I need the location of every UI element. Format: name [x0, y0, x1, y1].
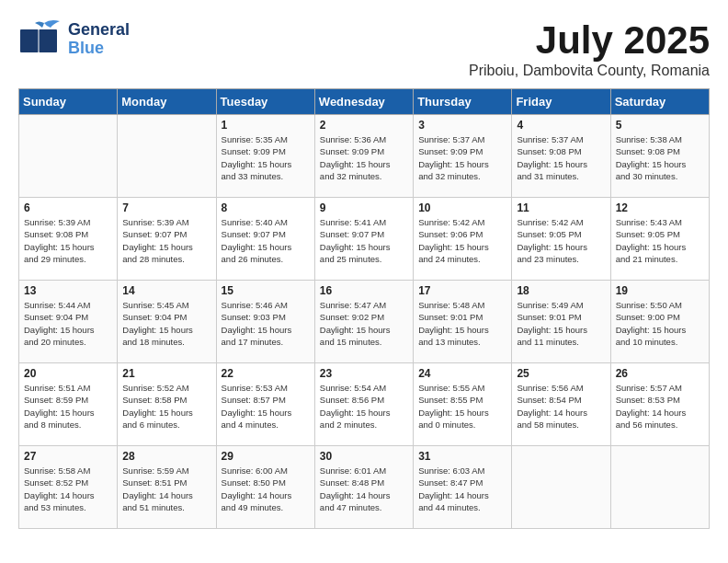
week-row-3: 20Sunrise: 5:51 AMSunset: 8:59 PMDayligh…: [19, 363, 710, 446]
logo-icon: [18, 18, 64, 60]
calendar-table: SundayMondayTuesdayWednesdayThursdayFrid…: [18, 88, 710, 529]
day-info: Sunrise: 5:59 AMSunset: 8:51 PMDaylight:…: [122, 465, 210, 513]
day-number: 24: [418, 367, 506, 380]
day-number: 22: [222, 367, 310, 380]
calendar-cell: 6Sunrise: 5:39 AMSunset: 9:08 PMDaylight…: [19, 198, 118, 281]
day-info: Sunrise: 5:53 AMSunset: 8:57 PMDaylight:…: [222, 382, 310, 431]
day-info: Sunrise: 6:00 AMSunset: 8:50 PMDaylight:…: [222, 465, 310, 513]
column-header-monday: Monday: [118, 89, 216, 115]
calendar-cell: 5Sunrise: 5:38 AMSunset: 9:08 PMDaylight…: [610, 115, 709, 198]
calendar-cell: 27Sunrise: 5:58 AMSunset: 8:52 PMDayligh…: [19, 446, 118, 529]
subtitle: Priboiu, Dambovita County, Romania: [469, 63, 710, 79]
column-header-saturday: Saturday: [610, 89, 709, 115]
calendar-cell: 23Sunrise: 5:54 AMSunset: 8:56 PMDayligh…: [314, 363, 413, 446]
day-info: Sunrise: 5:40 AMSunset: 9:07 PMDaylight:…: [222, 216, 310, 265]
day-info: Sunrise: 5:44 AMSunset: 9:04 PMDaylight:…: [24, 299, 112, 348]
calendar-cell: 1Sunrise: 5:35 AMSunset: 9:09 PMDaylight…: [216, 115, 314, 198]
day-info: Sunrise: 5:54 AMSunset: 8:56 PMDaylight:…: [320, 382, 408, 431]
week-row-1: 6Sunrise: 5:39 AMSunset: 9:08 PMDaylight…: [19, 198, 710, 281]
header-row: SundayMondayTuesdayWednesdayThursdayFrid…: [19, 89, 710, 115]
week-row-2: 13Sunrise: 5:44 AMSunset: 9:04 PMDayligh…: [19, 281, 710, 363]
column-header-sunday: Sunday: [19, 89, 118, 115]
day-info: Sunrise: 5:36 AMSunset: 9:09 PMDaylight:…: [320, 133, 408, 182]
day-number: 18: [517, 284, 605, 297]
calendar-cell: 11Sunrise: 5:42 AMSunset: 9:05 PMDayligh…: [512, 198, 610, 281]
day-info: Sunrise: 5:50 AMSunset: 9:00 PMDaylight:…: [616, 299, 704, 348]
day-info: Sunrise: 5:37 AMSunset: 9:08 PMDaylight:…: [517, 133, 605, 182]
day-info: Sunrise: 6:01 AMSunset: 8:48 PMDaylight:…: [320, 465, 408, 513]
title-block: July 2025 Priboiu, Dambovita County, Rom…: [469, 18, 710, 79]
day-number: 11: [517, 201, 605, 214]
day-info: Sunrise: 5:48 AMSunset: 9:01 PMDaylight:…: [418, 299, 506, 348]
svg-rect-0: [20, 29, 39, 52]
day-info: Sunrise: 5:39 AMSunset: 9:08 PMDaylight:…: [24, 216, 112, 265]
column-header-friday: Friday: [512, 89, 610, 115]
day-number: 5: [616, 119, 704, 132]
day-info: Sunrise: 5:56 AMSunset: 8:54 PMDaylight:…: [517, 382, 605, 431]
logo: General Blue: [18, 18, 130, 60]
calendar-cell: 19Sunrise: 5:50 AMSunset: 9:00 PMDayligh…: [610, 281, 709, 363]
day-number: 1: [222, 119, 310, 132]
calendar-cell: [512, 446, 610, 529]
logo-text: General Blue: [68, 21, 130, 58]
day-number: 13: [24, 284, 112, 297]
calendar-cell: [19, 115, 118, 198]
day-number: 21: [122, 367, 210, 380]
page-header: General Blue July 2025 Priboiu, Dambovit…: [18, 18, 710, 79]
day-info: Sunrise: 5:42 AMSunset: 9:05 PMDaylight:…: [517, 216, 605, 265]
day-number: 17: [418, 284, 506, 297]
calendar-cell: 25Sunrise: 5:56 AMSunset: 8:54 PMDayligh…: [512, 363, 610, 446]
day-number: 31: [418, 450, 506, 463]
calendar-cell: 31Sunrise: 6:03 AMSunset: 8:47 PMDayligh…: [414, 446, 512, 529]
day-info: Sunrise: 6:03 AMSunset: 8:47 PMDaylight:…: [418, 465, 506, 513]
day-number: 4: [517, 119, 605, 132]
day-info: Sunrise: 5:58 AMSunset: 8:52 PMDaylight:…: [24, 465, 112, 513]
day-number: 15: [222, 284, 310, 297]
day-number: 2: [320, 119, 408, 132]
day-number: 29: [222, 450, 310, 463]
day-info: Sunrise: 5:42 AMSunset: 9:06 PMDaylight:…: [418, 216, 506, 265]
day-info: Sunrise: 5:46 AMSunset: 9:03 PMDaylight:…: [222, 299, 310, 348]
main-title: July 2025: [469, 18, 710, 63]
day-number: 7: [122, 201, 210, 214]
calendar-cell: 10Sunrise: 5:42 AMSunset: 9:06 PMDayligh…: [414, 198, 512, 281]
calendar-cell: 9Sunrise: 5:41 AMSunset: 9:07 PMDaylight…: [314, 198, 413, 281]
column-header-tuesday: Tuesday: [216, 89, 314, 115]
calendar-cell: 12Sunrise: 5:43 AMSunset: 9:05 PMDayligh…: [610, 198, 709, 281]
calendar-cell: 26Sunrise: 5:57 AMSunset: 8:53 PMDayligh…: [610, 363, 709, 446]
day-number: 30: [320, 450, 408, 463]
day-info: Sunrise: 5:52 AMSunset: 8:58 PMDaylight:…: [122, 382, 210, 431]
day-info: Sunrise: 5:41 AMSunset: 9:07 PMDaylight:…: [320, 216, 408, 265]
calendar-cell: 18Sunrise: 5:49 AMSunset: 9:01 PMDayligh…: [512, 281, 610, 363]
calendar-cell: 28Sunrise: 5:59 AMSunset: 8:51 PMDayligh…: [118, 446, 216, 529]
day-number: 25: [517, 367, 605, 380]
day-number: 23: [320, 367, 408, 380]
day-info: Sunrise: 5:43 AMSunset: 9:05 PMDaylight:…: [616, 216, 704, 265]
day-info: Sunrise: 5:49 AMSunset: 9:01 PMDaylight:…: [517, 299, 605, 348]
calendar-cell: 3Sunrise: 5:37 AMSunset: 9:09 PMDaylight…: [414, 115, 512, 198]
day-number: 10: [418, 201, 506, 214]
day-info: Sunrise: 5:57 AMSunset: 8:53 PMDaylight:…: [616, 382, 704, 431]
day-info: Sunrise: 5:39 AMSunset: 9:07 PMDaylight:…: [122, 216, 210, 265]
calendar-cell: 15Sunrise: 5:46 AMSunset: 9:03 PMDayligh…: [216, 281, 314, 363]
day-info: Sunrise: 5:55 AMSunset: 8:55 PMDaylight:…: [418, 382, 506, 431]
week-row-4: 27Sunrise: 5:58 AMSunset: 8:52 PMDayligh…: [19, 446, 710, 529]
day-info: Sunrise: 5:45 AMSunset: 9:04 PMDaylight:…: [122, 299, 210, 348]
week-row-0: 1Sunrise: 5:35 AMSunset: 9:09 PMDaylight…: [19, 115, 710, 198]
calendar-cell: 14Sunrise: 5:45 AMSunset: 9:04 PMDayligh…: [118, 281, 216, 363]
day-number: 20: [24, 367, 112, 380]
day-info: Sunrise: 5:37 AMSunset: 9:09 PMDaylight:…: [418, 133, 506, 182]
calendar-cell: 2Sunrise: 5:36 AMSunset: 9:09 PMDaylight…: [314, 115, 413, 198]
day-number: 19: [616, 284, 704, 297]
calendar-cell: 7Sunrise: 5:39 AMSunset: 9:07 PMDaylight…: [118, 198, 216, 281]
calendar-cell: 30Sunrise: 6:01 AMSunset: 8:48 PMDayligh…: [314, 446, 413, 529]
calendar-cell: 17Sunrise: 5:48 AMSunset: 9:01 PMDayligh…: [414, 281, 512, 363]
day-info: Sunrise: 5:35 AMSunset: 9:09 PMDaylight:…: [222, 133, 310, 182]
day-number: 6: [24, 201, 112, 214]
calendar-cell: [610, 446, 709, 529]
svg-rect-1: [39, 29, 57, 52]
day-number: 27: [24, 450, 112, 463]
calendar-cell: 29Sunrise: 6:00 AMSunset: 8:50 PMDayligh…: [216, 446, 314, 529]
day-info: Sunrise: 5:38 AMSunset: 9:08 PMDaylight:…: [616, 133, 704, 182]
day-number: 9: [320, 201, 408, 214]
